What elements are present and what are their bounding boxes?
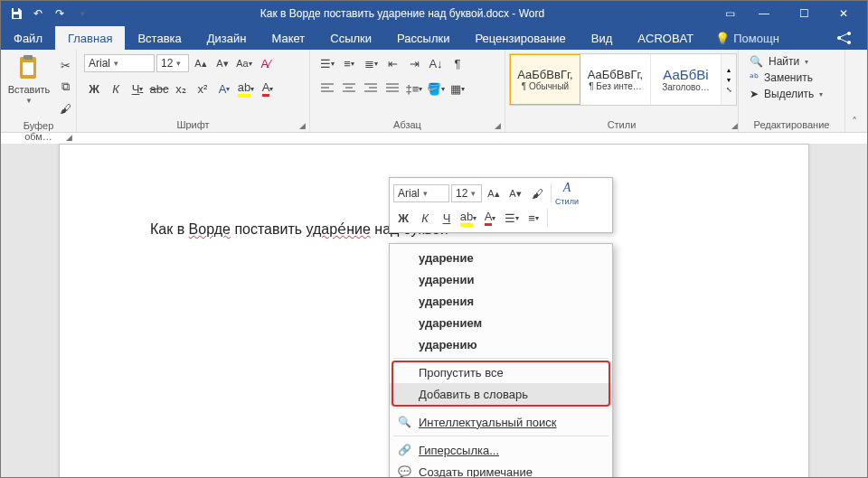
hyperlink-item[interactable]: 🔗Гиперссылка... [390,439,612,461]
mini-numbering-icon[interactable]: ≡▾ [524,208,543,228]
minimize-button[interactable]: ― [744,1,784,26]
copy-icon[interactable]: ⧉ [55,77,75,97]
styles-launcher-icon[interactable]: ◢ [731,121,738,130]
font-launcher-icon[interactable]: ◢ [299,121,306,130]
subscript-button[interactable]: x₂ [171,79,191,98]
group-paragraph-label: Абзац◢ [317,117,497,130]
format-painter-icon[interactable]: 🖌 [55,98,75,118]
suggestion-item[interactable]: ударения [390,290,612,312]
mini-bullets-icon[interactable]: ☰▾ [502,208,522,228]
paragraph-launcher-icon[interactable]: ◢ [495,121,501,130]
save-icon[interactable] [8,5,24,22]
cut-icon[interactable]: ✂ [55,55,75,75]
redo-icon[interactable]: ↷ [52,5,68,22]
style-no-spacing[interactable]: АаБбВвГг, ¶ Без инте… [580,54,651,105]
style-heading1[interactable]: АаБбВі Заголово… [651,54,722,105]
sort-icon[interactable]: A↓ [426,53,446,73]
line-spacing-icon[interactable]: ‡≡▾ [404,79,424,98]
borders-icon[interactable]: ▦▾ [448,79,467,98]
bullets-icon[interactable]: ☰▾ [317,53,337,73]
show-marks-icon[interactable]: ¶ [448,53,467,73]
collapse-ribbon-icon[interactable]: ˄ [845,50,863,132]
undo-icon[interactable]: ↶ [30,5,46,22]
styles-gallery[interactable]: АаБбВвГг, ¶ Обычный АаБбВвГг, ¶ Без инте… [509,53,737,106]
paste-button[interactable]: Вставить ▼ [8,53,50,105]
tab-references[interactable]: Ссылки [317,26,384,50]
mini-underline-button[interactable]: Ч [437,208,457,228]
clear-formatting-icon[interactable]: A⁄ [256,53,276,73]
suggestion-item[interactable]: ударению [390,333,612,355]
mini-format-painter-icon[interactable]: 🖌 [527,183,547,203]
spelling-context-menu: ударение ударении ударения ударением уда… [389,243,613,478]
search-icon: 🔍 [397,416,411,428]
grow-font-icon[interactable]: A▴ [191,53,211,73]
style-normal[interactable]: АаБбВвГг, ¶ Обычный [510,54,580,105]
misspelled-word[interactable]: ударе́ние [307,221,371,237]
mini-grow-font-icon[interactable]: A▴ [484,183,504,203]
highlight-icon[interactable]: ab▾ [236,79,256,98]
strike-button[interactable]: abc [149,79,169,98]
multilevel-icon[interactable]: ≣▾ [361,53,381,73]
numbering-icon[interactable]: ≡▾ [339,53,359,73]
tab-view[interactable]: Вид [579,26,626,50]
maximize-button[interactable]: ☐ [784,1,824,26]
select-button[interactable]: ➤Выделить ▾ [746,86,826,102]
text-segment: Как в [150,221,189,237]
tab-review[interactable]: Рецензирование [462,26,578,50]
menu-separator [393,358,609,359]
find-button[interactable]: 🔍Найти ▾ [746,53,812,70]
suggestion-item[interactable]: ударении [390,268,612,290]
tab-file[interactable]: Файл [1,26,55,50]
replace-button[interactable]: ᵃᵇЗаменить [746,70,816,86]
font-size-combo[interactable]: 12▾ [156,54,189,72]
tab-home[interactable]: Главная [55,26,125,50]
shrink-font-icon[interactable]: A▾ [212,53,232,73]
superscript-button[interactable]: x² [193,79,212,98]
tab-layout[interactable]: Макет [259,26,317,50]
align-left-icon[interactable] [317,79,337,98]
tell-me[interactable]: 💡 Помощн [706,26,788,50]
increase-indent-icon[interactable]: ⇥ [404,53,424,73]
underline-button[interactable]: Ч▾ [127,79,147,98]
mini-font-combo[interactable]: Arial▾ [393,184,449,202]
add-to-dictionary-item[interactable]: Добавить в словарь [390,383,612,405]
mini-bold-button[interactable]: Ж [393,208,413,228]
align-right-icon[interactable] [361,79,381,98]
clipboard-launcher-icon[interactable]: ◢ [66,133,72,142]
align-center-icon[interactable] [339,79,359,98]
close-button[interactable]: ✕ [824,1,863,26]
share-button[interactable] [824,26,867,50]
smart-lookup-item[interactable]: 🔍Интеллектуальный поиск [390,411,612,433]
font-name-combo[interactable]: Arial▾ [84,54,155,72]
suggestion-item[interactable]: ударением [390,312,612,333]
new-comment-item[interactable]: 💬Создать примечание [390,461,612,478]
styles-expand-icon[interactable]: ▴▾⤡ [722,54,736,105]
bold-button[interactable]: Ж [84,79,104,98]
mini-shrink-font-icon[interactable]: A▾ [505,183,525,203]
change-case-icon[interactable]: Aa▾ [234,53,254,73]
tab-mailings[interactable]: Рассылки [384,26,462,50]
mini-highlight-icon[interactable]: ab▾ [458,208,478,228]
font-color-icon[interactable]: A▾ [258,79,278,98]
tab-acrobat[interactable]: ACROBAT [625,26,706,50]
group-font-label: Шрифт◢ [84,117,302,130]
italic-button[interactable]: К [106,79,126,98]
svg-rect-7 [23,62,33,75]
tab-design[interactable]: Дизайн [194,26,259,50]
mini-italic-button[interactable]: К [415,208,435,228]
mini-styles-button[interactable]: A Стили [555,181,579,206]
decrease-indent-icon[interactable]: ⇤ [382,53,402,73]
mini-font-color-icon[interactable]: A▾ [480,208,500,228]
mini-size-combo[interactable]: 12▾ [451,184,482,202]
misspelled-word[interactable]: Ворде [189,221,231,237]
mini-toolbar: Arial▾ 12▾ A▴ A▾ 🖌 A Стили Ж К Ч ab▾ A▾ … [389,177,613,233]
ignore-all-item[interactable]: Пропустить все [390,361,612,383]
ribbon-display-options-icon[interactable]: ▭ [715,1,744,26]
text-effects-icon[interactable]: A▾ [214,79,234,98]
justify-icon[interactable] [382,79,402,98]
qat-customize-icon[interactable] [73,5,90,22]
tab-insert[interactable]: Вставка [125,26,193,50]
shading-icon[interactable]: 🪣▾ [426,79,446,98]
suggestion-item[interactable]: ударение [390,247,612,268]
ribbon: Вставить ▼ ✂ ⧉ 🖌 Буфер обм…◢ Arial▾ 12▾ … [1,50,867,133]
